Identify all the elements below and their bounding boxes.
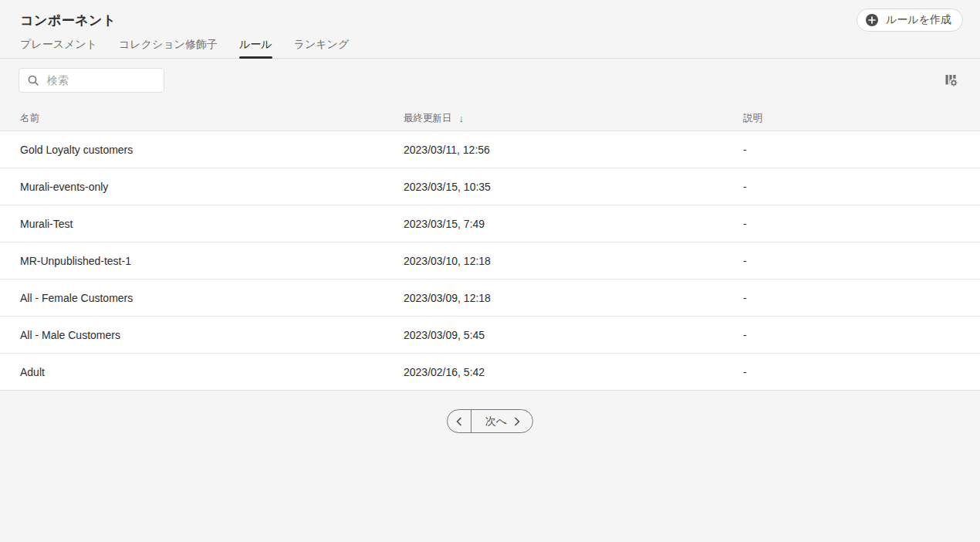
column-header-description[interactable]: 説明 — [743, 112, 960, 125]
rule-description: - — [743, 366, 960, 378]
tab-collection-qualifier[interactable]: コレクション修飾子 — [119, 34, 218, 58]
rule-name: All - Male Customers — [20, 329, 404, 341]
rule-last-updated: 2023/03/15, 7:49 — [404, 218, 743, 230]
rule-name: Gold Loyalty customers — [20, 144, 404, 156]
rule-description: - — [743, 329, 960, 341]
table-row[interactable]: MR-Unpublished-test-1 2023/03/10, 12:18 … — [0, 242, 980, 279]
column-header-last-updated-label: 最終更新日 — [404, 112, 452, 125]
rule-description: - — [743, 181, 960, 193]
search-box[interactable] — [19, 68, 164, 93]
tab-bar: プレースメント コレクション修飾子 ルール ランキング — [0, 34, 980, 59]
next-page-label: 次へ — [485, 415, 507, 429]
chevron-left-icon — [455, 417, 463, 426]
next-page-button[interactable]: 次へ — [471, 410, 532, 432]
rule-last-updated: 2023/03/11, 12:56 — [404, 144, 743, 156]
rule-description: - — [743, 292, 960, 304]
column-settings-icon — [945, 78, 958, 90]
table-header-row: 名前 最終更新日 ↓ 説明 — [0, 106, 980, 131]
toolbar — [0, 59, 980, 93]
tab-ranking-label: ランキング — [294, 38, 350, 52]
column-header-last-updated[interactable]: 最終更新日 ↓ — [404, 112, 743, 125]
rule-name: Murali-Test — [20, 218, 404, 230]
create-rule-button[interactable]: ルールを作成 — [857, 8, 963, 32]
rule-description: - — [743, 218, 960, 230]
table-row[interactable]: All - Female Customers 2023/03/09, 12:18… — [0, 279, 980, 317]
rule-last-updated: 2023/02/16, 5:42 — [404, 366, 743, 378]
search-input[interactable] — [46, 73, 156, 87]
table-row[interactable]: Murali-events-only 2023/03/15, 10:35 - — [0, 168, 980, 205]
tab-placement[interactable]: プレースメント — [20, 34, 97, 58]
rule-name: Adult — [20, 366, 404, 378]
tab-ranking[interactable]: ランキング — [294, 34, 350, 58]
create-rule-label: ルールを作成 — [886, 13, 951, 27]
table-body: Gold Loyalty customers 2023/03/11, 12:56… — [0, 131, 980, 391]
rule-last-updated: 2023/03/10, 12:18 — [404, 255, 743, 267]
tab-placement-label: プレースメント — [20, 38, 97, 52]
tab-rules[interactable]: ルール — [239, 34, 272, 58]
rule-name: Murali-events-only — [20, 181, 404, 193]
tab-rules-label: ルール — [239, 38, 272, 52]
tab-collection-qualifier-label: コレクション修飾子 — [119, 38, 218, 52]
top-bar: コンポーネント ルールを作成 — [0, 0, 980, 34]
plus-circle-icon — [865, 13, 879, 27]
rule-name: All - Female Customers — [20, 292, 404, 304]
rule-last-updated: 2023/03/09, 5:45 — [404, 329, 743, 341]
column-settings-button[interactable] — [941, 70, 961, 90]
sort-descending-icon: ↓ — [459, 113, 465, 124]
rule-name: MR-Unpublished-test-1 — [20, 255, 404, 267]
chevron-right-icon — [513, 417, 521, 426]
table-row[interactable]: All - Male Customers 2023/03/09, 5:45 - — [0, 317, 980, 354]
rule-description: - — [743, 144, 960, 156]
rule-description: - — [743, 255, 960, 267]
rules-table: 名前 最終更新日 ↓ 説明 Gold Loyalty customers 202… — [0, 106, 980, 391]
rule-last-updated: 2023/03/09, 12:18 — [404, 292, 743, 304]
search-icon — [27, 74, 39, 86]
pagination: 次へ — [0, 409, 980, 433]
components-page: コンポーネント ルールを作成 プレースメント コレクション修飾子 ルール ランキ… — [0, 0, 980, 433]
page-title: コンポーネント — [20, 12, 117, 29]
previous-page-button[interactable] — [448, 410, 471, 432]
table-row[interactable]: Gold Loyalty customers 2023/03/11, 12:56… — [0, 131, 980, 168]
column-header-name[interactable]: 名前 — [20, 112, 404, 125]
rule-last-updated: 2023/03/15, 10:35 — [404, 181, 743, 193]
table-row[interactable]: Adult 2023/02/16, 5:42 - — [0, 354, 980, 391]
pager-control: 次へ — [447, 409, 533, 433]
table-row[interactable]: Murali-Test 2023/03/15, 7:49 - — [0, 205, 980, 242]
